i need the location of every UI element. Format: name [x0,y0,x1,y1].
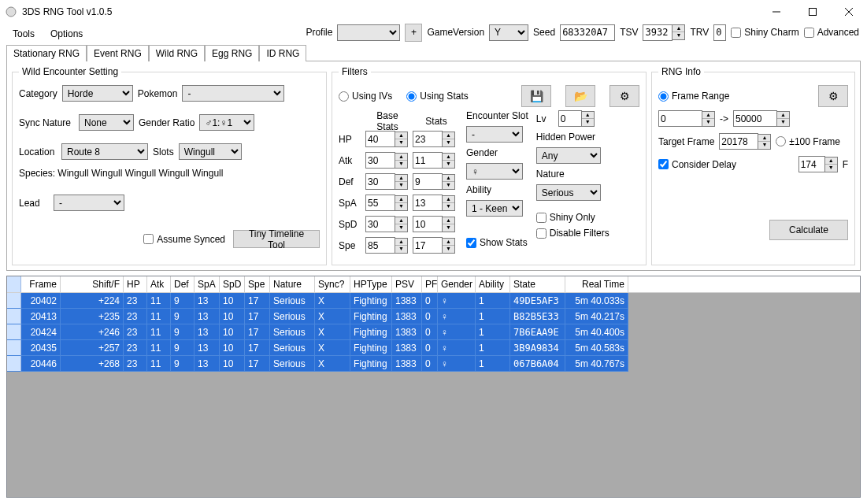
base-spe-input[interactable] [365,237,395,254]
col-hptype[interactable]: HPType [350,276,392,292]
calculate-button[interactable]: Calculate [769,220,848,240]
profile-select[interactable] [337,24,400,41]
col-sync[interactable]: Sync? [315,276,350,292]
disable-filters-checkbox[interactable]: Disable Filters [536,228,609,239]
menu-tools[interactable]: Tools [5,27,43,41]
base-spa-input[interactable] [365,195,395,211]
tiny-timeline-button[interactable]: Tiny Timeline Tool [233,230,320,248]
ability-select[interactable]: 1 - Keen E [466,200,523,217]
row-handle[interactable] [7,324,21,340]
stat-spd-spinner[interactable]: ▲▼ [413,216,455,232]
category-select[interactable]: Horde [62,85,133,102]
col-shift[interactable]: Shift/F [61,276,124,292]
col-ability[interactable]: Ability [476,276,510,292]
tsv-up[interactable]: ▲ [672,25,684,32]
col-pf[interactable]: PF [422,276,438,292]
encounter-slot-select[interactable]: - [466,126,523,143]
tsv-input[interactable] [643,24,672,41]
stat-spa-spinner[interactable]: ▲▼ [413,195,455,211]
base-atk-input[interactable] [365,152,395,169]
stat-spd-input[interactable] [413,216,443,232]
advanced-checkbox[interactable]: Advanced [804,27,859,38]
table-row[interactable]: 20424+24623119131017SeriousXFighting1383… [7,324,860,340]
lv-input[interactable] [558,110,582,127]
gameversion-select[interactable]: Y [489,24,528,41]
col-def[interactable]: Def [171,276,195,292]
base-hp-spinner[interactable]: ▲▼ [365,131,408,147]
delay-input[interactable] [798,156,825,172]
open-icon-button[interactable]: 📂 [565,85,595,107]
slots-select[interactable]: Wingull [179,143,242,160]
syncnature-select[interactable]: None [79,114,134,131]
lead-select[interactable]: - [54,195,124,211]
base-def-spinner[interactable]: ▲▼ [365,173,408,190]
table-row[interactable]: 20413+23523119131017SeriousXFighting1383… [7,309,860,324]
save-icon-button[interactable]: 💾 [521,85,551,107]
col-gender[interactable]: Gender [438,276,476,292]
col-realtime[interactable]: Real Time [565,276,628,292]
rng-settings-button[interactable]: ⚙ [818,85,848,107]
table-row[interactable]: 20446+26823119131017SeriousXFighting1383… [7,356,860,372]
frame-to-input[interactable] [733,110,777,127]
hiddenpower-select[interactable]: Any [536,147,601,164]
col-spa[interactable]: SpA [195,276,220,292]
tab-event[interactable]: Event RNG [87,45,149,61]
frame-range-radio[interactable]: Frame Range [658,91,729,102]
profile-add-button[interactable]: + [405,24,422,42]
row-handle[interactable] [7,340,21,356]
tab-id[interactable]: ID RNG [259,45,306,61]
consider-delay-checkbox[interactable]: Consider Delay [658,159,736,170]
stat-hp-spinner[interactable]: ▲▼ [413,131,455,147]
frame-to-spinner[interactable]: ▲▼ [733,110,790,127]
tab-wild[interactable]: Wild RNG [149,45,205,61]
delay-spinner[interactable]: ▲▼ [798,156,838,172]
base-atk-spinner[interactable]: ▲▼ [365,152,408,169]
minimize-button[interactable] [758,0,795,24]
shiny-only-checkbox[interactable]: Shiny Only [536,212,609,223]
row-handle[interactable] [7,309,21,324]
pokemon-select[interactable]: - [182,85,284,102]
stat-spa-input[interactable] [413,195,443,211]
using-stats-radio[interactable]: Using Stats [406,91,468,102]
assume-synced-checkbox[interactable]: Assume Synced [143,234,225,245]
col-frame[interactable]: Frame [21,276,61,292]
trv-input[interactable] [713,24,726,41]
gender-select[interactable]: ♀ [466,163,523,180]
menu-options[interactable]: Options [43,27,91,41]
pm100-radio[interactable]: ±100 Frame [776,136,840,147]
stat-hp-input[interactable] [413,131,443,147]
location-select[interactable]: Route 8 [61,143,148,160]
row-handle[interactable] [7,293,21,309]
seed-input[interactable] [560,24,615,41]
stat-spe-spinner[interactable]: ▲▼ [413,237,455,254]
target-frame-spinner[interactable]: ▲▼ [719,133,771,150]
col-spd[interactable]: SpD [220,276,245,292]
show-stats-checkbox[interactable]: Show Stats [466,237,528,248]
close-button[interactable] [831,0,867,24]
col-hp[interactable]: HP [124,276,147,292]
genderratio-select[interactable]: ♂1:♀1 [199,114,254,131]
stat-def-input[interactable] [413,173,443,190]
frame-from-spinner[interactable]: ▲▼ [658,110,715,127]
settings-icon-button[interactable]: ⚙ [609,85,639,107]
base-spe-spinner[interactable]: ▲▼ [365,237,408,254]
tsv-down[interactable]: ▼ [672,32,684,39]
stat-atk-input[interactable] [413,152,443,169]
shiny-charm-checkbox[interactable]: Shiny Charm [731,27,798,38]
tab-egg[interactable]: Egg RNG [205,45,259,61]
stat-atk-spinner[interactable]: ▲▼ [413,152,455,169]
col-psv[interactable]: PSV [392,276,422,292]
table-row[interactable]: 20435+25723119131017SeriousXFighting1383… [7,340,860,356]
lv-spinner[interactable]: ▲▼ [558,110,595,127]
tab-stationary[interactable]: Stationary RNG [6,45,87,61]
col-atk[interactable]: Atk [147,276,171,292]
base-hp-input[interactable] [365,131,395,147]
base-def-input[interactable] [365,173,395,190]
col-spe[interactable]: Spe [245,276,270,292]
stat-spe-input[interactable] [413,237,443,254]
base-spd-input[interactable] [365,216,395,232]
col-nature[interactable]: Nature [270,276,315,292]
table-row[interactable]: 20402+22423119131017SeriousXFighting1383… [7,293,860,309]
row-handle[interactable] [7,356,21,372]
frame-from-input[interactable] [658,110,702,127]
